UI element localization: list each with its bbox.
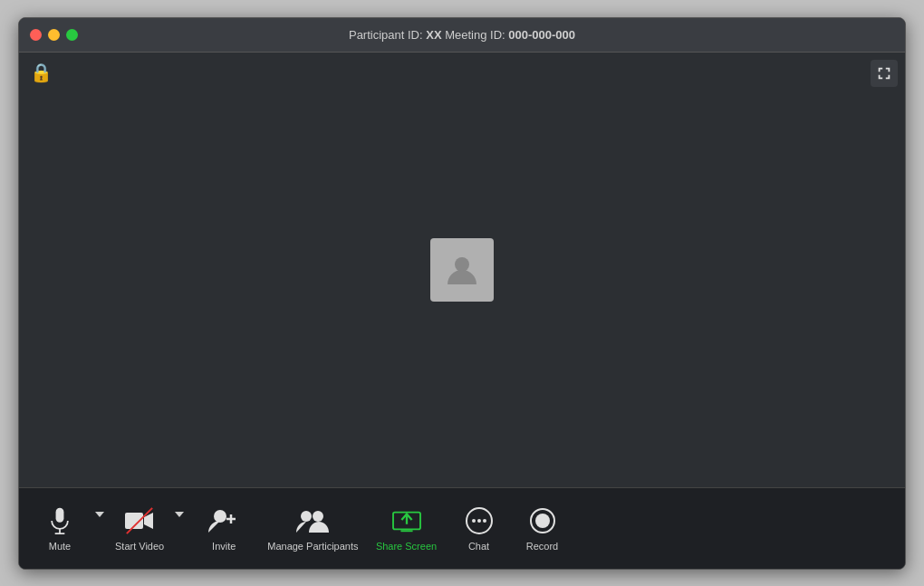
mute-chevron[interactable] <box>91 488 108 569</box>
mute-label: Mute <box>49 541 71 552</box>
video-chevron[interactable] <box>171 488 188 569</box>
chat-icon <box>463 504 496 537</box>
minimize-button[interactable] <box>48 29 60 41</box>
svg-point-18 <box>535 514 550 528</box>
participants-icon <box>296 504 329 537</box>
avatar-icon <box>440 248 484 292</box>
record-icon <box>526 504 559 537</box>
share-screen-label: Share Screen <box>376 541 437 552</box>
toolbar: Mute Start Video <box>19 487 905 569</box>
invite-label: Invite <box>212 541 236 552</box>
zoom-window: Participant ID: XX Meeting ID: 000-000-0… <box>18 17 906 570</box>
meeting-label: Meeting ID: <box>442 28 509 42</box>
video-icon <box>123 504 156 537</box>
svg-point-14 <box>472 519 476 523</box>
share-screen-button[interactable]: Share Screen <box>366 488 448 569</box>
mic-icon <box>43 504 76 537</box>
user-avatar <box>430 238 494 302</box>
close-button[interactable] <box>30 29 42 41</box>
svg-point-5 <box>214 510 226 523</box>
titlebar: Participant ID: XX Meeting ID: 000-000-0… <box>19 18 905 53</box>
share-screen-icon <box>390 504 423 537</box>
svg-point-8 <box>301 511 312 522</box>
manage-participants-button[interactable]: Manage Participants <box>260 488 365 569</box>
invite-button[interactable]: Invite <box>188 488 260 569</box>
meeting-id: 000-000-000 <box>508 28 575 42</box>
window-title: Participant ID: XX Meeting ID: 000-000-0… <box>349 28 575 42</box>
start-video-button[interactable]: Start Video <box>108 488 171 569</box>
record-button[interactable]: Record <box>511 488 574 569</box>
svg-point-9 <box>313 511 323 522</box>
maximize-button[interactable] <box>66 29 78 41</box>
invite-icon <box>207 504 240 537</box>
svg-point-0 <box>455 257 469 272</box>
video-area: 🔒 <box>19 53 905 487</box>
svg-rect-1 <box>56 508 64 523</box>
participant-id: XX <box>426 28 441 42</box>
svg-point-15 <box>477 519 481 523</box>
fullscreen-button[interactable] <box>871 60 898 87</box>
svg-point-16 <box>483 519 486 523</box>
manage-participants-label: Manage Participants <box>267 541 358 552</box>
fullscreen-icon-svg <box>876 65 892 82</box>
record-label: Record <box>526 541 558 552</box>
lock-icon: 🔒 <box>30 62 53 83</box>
chat-button[interactable]: Chat <box>448 488 511 569</box>
participant-label: Participant ID: <box>349 28 426 42</box>
chat-label: Chat <box>468 541 489 552</box>
start-video-label: Start Video <box>115 541 164 552</box>
mute-button[interactable]: Mute <box>28 488 91 569</box>
window-controls <box>30 29 78 41</box>
